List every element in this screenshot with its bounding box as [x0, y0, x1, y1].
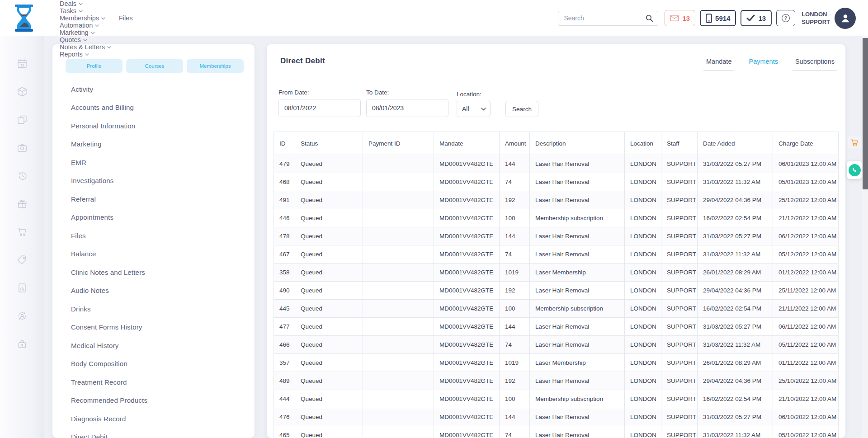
table-row[interactable]: 477 Queued MD0001VV482GTE 144 Laser Hair… [274, 318, 839, 336]
table-row[interactable]: 476 Queued MD0001VV482GTE 144 Laser Hair… [274, 408, 839, 426]
cell-staff: SUPPORT [661, 155, 698, 173]
table-row[interactable]: 445 Queued MD0001VV482GTE 100 Membership… [274, 300, 839, 318]
profile-menu-item[interactable]: Diagnosis Record [71, 410, 255, 428]
to-date-input[interactable] [366, 99, 448, 117]
report-icon[interactable] [17, 283, 28, 293]
profile-menu-item[interactable]: Marketing [71, 135, 255, 154]
column-header[interactable]: Mandate [434, 132, 500, 155]
from-date-input[interactable] [278, 99, 361, 117]
cell-mandate: MD0001VV482GTE [434, 264, 500, 282]
column-header[interactable]: Location [625, 132, 661, 155]
page-scrollbar-track[interactable] [862, 36, 868, 438]
location-select[interactable]: All [457, 101, 491, 117]
nav-menu-item[interactable]: Notes & Letters [60, 43, 111, 51]
table-row[interactable]: 466 Queued MD0001VV482GTE 74 Laser Hair … [274, 336, 839, 354]
table-row[interactable]: 467 Queued MD0001VV482GTE 74 Laser Hair … [274, 245, 839, 264]
page-scrollbar-thumb[interactable] [863, 38, 868, 189]
nav-menu-item[interactable]: Memberships [60, 14, 111, 22]
profile-menu-item[interactable]: Consent Forms History [71, 318, 255, 337]
profile-menu-item[interactable]: Medical History [71, 336, 255, 355]
copy-icon[interactable] [17, 114, 28, 125]
table-row[interactable]: 479 Queued MD0001VV482GTE 144 Laser Hair… [274, 155, 839, 173]
cell-payment-id [363, 209, 434, 227]
table-row[interactable]: 444 Queued MD0001VV482GTE 100 Membership… [274, 390, 839, 408]
profile-menu-item[interactable]: Appointments [71, 208, 255, 227]
profile-menu-item[interactable]: Investigations [71, 172, 255, 190]
column-header[interactable]: Charge Date [773, 132, 839, 155]
profile-menu-item[interactable]: Files [71, 226, 255, 245]
table-row[interactable]: 446 Queued MD0001VV482GTE 100 Membership… [274, 209, 839, 227]
profile-menu-item[interactable]: Direct Debit [71, 428, 255, 438]
table-row[interactable]: 491 Queued MD0001VV482GTE 192 Laser Hair… [274, 191, 839, 209]
column-header[interactable]: Date Added [698, 132, 773, 155]
tab-payments[interactable]: Payments [748, 57, 778, 65]
profile-menu-item[interactable]: Balance [71, 245, 255, 264]
tab-profile[interactable]: Profile [66, 59, 123, 73]
tab-courses[interactable]: Courses [126, 59, 183, 73]
package-icon[interactable] [17, 86, 28, 97]
nav-menu-item[interactable]: Tasks [60, 7, 111, 14]
app-logo-icon[interactable] [14, 5, 34, 32]
cell-mandate: MD0001VV482GTE [434, 209, 500, 227]
question-icon: ? [781, 13, 791, 23]
calendar-icon[interactable]: 12 [17, 58, 28, 69]
lock-icon[interactable] [17, 339, 28, 349]
sms-badge[interactable]: 5914 [700, 10, 736, 26]
profile-menu-item[interactable]: Audio Notes [71, 282, 255, 300]
column-header[interactable]: ID [274, 132, 295, 155]
user-avatar[interactable] [835, 8, 856, 29]
table-row[interactable]: 489 Queued MD0001VV482GTE 192 Laser Hair… [274, 372, 839, 390]
cart-icon[interactable] [17, 226, 28, 237]
filter-search-button[interactable]: Search [505, 101, 538, 117]
table-row[interactable]: 465 Queued MD0001VV482GTE 74 Laser Hair … [274, 426, 839, 438]
direct-debit-page: { "colors": { "accent_blue": "#29abe2", … [0, 0, 868, 438]
support-icon[interactable] [17, 311, 28, 321]
cell-date-added: 29/04/2022 04:36 PM [698, 282, 773, 300]
tasks-badge[interactable]: 13 [741, 10, 772, 26]
profile-menu-item[interactable]: EMR [71, 153, 255, 172]
profile-menu-item[interactable]: Recommended Products [71, 391, 255, 410]
history-icon[interactable] [17, 170, 28, 181]
to-date-group: To Date: [366, 89, 448, 117]
help-button[interactable]: ? [776, 10, 795, 26]
nav-menu-item[interactable]: Automation [60, 22, 111, 29]
column-header[interactable]: Status [295, 132, 363, 155]
nav-menu-item[interactable]: Reports [60, 51, 111, 58]
tab-mandate[interactable]: Mandate [705, 57, 732, 65]
messages-badge[interactable]: 13 [665, 10, 695, 26]
floating-cart-button[interactable] [848, 136, 861, 149]
tab-subscriptions[interactable]: Subscriptions [794, 57, 835, 65]
floating-phone-button[interactable] [847, 161, 862, 179]
column-header[interactable]: Payment ID [363, 132, 434, 155]
profile-menu-item[interactable]: Referral [71, 190, 255, 208]
nav-menu-item[interactable]: Marketing [60, 29, 111, 36]
nav-menu-item[interactable]: Quotes [60, 36, 111, 43]
camera-icon[interactable] [17, 142, 28, 153]
profile-menu-item[interactable]: Body Composition [71, 355, 255, 373]
search-icon[interactable] [646, 14, 653, 22]
nav-menu-item[interactable]: Deals [60, 0, 111, 7]
nav-menu-item-files[interactable]: Files [119, 14, 133, 22]
profile-menu-item[interactable]: Personal Information [71, 117, 255, 135]
table-row[interactable]: 357 Queued MD0001VV482GTE 1019 Laser Mem… [274, 354, 839, 372]
table-row[interactable]: 358 Queued MD0001VV482GTE 1019 Laser Mem… [274, 264, 839, 282]
gift-icon[interactable] [17, 198, 28, 209]
profile-menu-item[interactable]: Clinic Notes and Letters [71, 263, 255, 282]
table-row[interactable]: 490 Queued MD0001VV482GTE 192 Laser Hair… [274, 282, 839, 300]
column-header[interactable]: Staff [661, 132, 698, 155]
table-row[interactable]: 468 Queued MD0001VV482GTE 74 Laser Hair … [274, 173, 839, 191]
tag-icon[interactable] [17, 254, 28, 265]
user-name[interactable]: LONDON SUPPORT [802, 10, 830, 26]
profile-menu-item[interactable]: Accounts and Billing [71, 99, 255, 117]
profile-menu-item[interactable]: Activity [71, 80, 255, 99]
table-row[interactable]: 478 Queued MD0001VV482GTE 144 Laser Hair… [274, 227, 839, 245]
search-input[interactable] [564, 14, 646, 22]
profile-menu-item[interactable]: Treatment Record [71, 373, 255, 391]
cell-charge-date: 06/11/2022 12:00 AM [773, 318, 839, 336]
tab-memberships[interactable]: Memberships [187, 59, 244, 73]
cell-status: Queued [295, 372, 363, 390]
column-header[interactable]: Amount [500, 132, 530, 155]
cell-staff: SUPPORT [661, 318, 698, 336]
column-header[interactable]: Description [530, 132, 625, 155]
profile-menu-item[interactable]: Drinks [71, 300, 255, 318]
